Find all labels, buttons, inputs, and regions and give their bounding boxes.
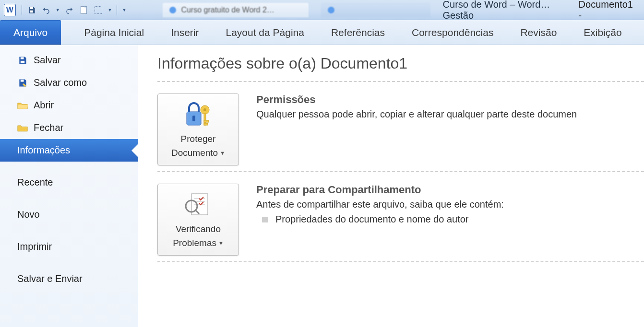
app-icon: W xyxy=(4,4,16,16)
button-label: Verificando xyxy=(176,224,221,235)
table-icon[interactable] xyxy=(94,5,103,15)
sidebar-item-salvar-enviar[interactable]: Salvar e Enviar xyxy=(0,268,138,290)
lock-key-icon xyxy=(183,100,214,129)
backstage-content: Informações sobre o(a) Documento1 xyxy=(138,45,644,327)
title-bar: W ▼ ▼ ▼ Curso gratuito de Word 2… Curso … xyxy=(0,0,644,20)
document-check-icon xyxy=(183,190,214,219)
page-title: Informações sobre o(a) Documento1 xyxy=(157,55,644,72)
bullet-icon xyxy=(262,217,268,222)
sidebar-item-salvar[interactable]: Salvar xyxy=(0,49,138,71)
list-item: Propriedades do documento e nome do auto… xyxy=(262,214,644,225)
sidebar-item-label: Imprimir xyxy=(17,241,52,252)
divider xyxy=(157,261,644,262)
backstage-view: Salvar Salvar como Abrir Fechar Informaç… xyxy=(0,45,644,327)
sidebar-item-label: Recente xyxy=(17,177,53,188)
protect-document-button[interactable]: Proteger Documento ▼ xyxy=(157,93,239,165)
tab-revisao[interactable]: Revisão xyxy=(507,20,570,45)
separator xyxy=(22,5,22,15)
sidebar-item-label: Informações xyxy=(17,145,70,156)
sidebar-item-label: Salvar xyxy=(34,55,61,66)
divider xyxy=(157,81,644,82)
svg-rect-1 xyxy=(30,10,33,12)
tab-correspondencias[interactable]: Correspondências xyxy=(398,20,507,45)
svg-rect-0 xyxy=(30,7,33,9)
prepare-share-section: Verificando Problemas ▼ Preparar para Co… xyxy=(157,184,644,256)
browser-tab-hint: Curso de Word – Word… Gestão xyxy=(443,0,576,21)
chevron-down-icon[interactable]: ▼ xyxy=(56,8,60,12)
save-icon xyxy=(17,55,28,66)
chevron-down-icon: ▼ xyxy=(218,240,224,246)
undo-icon[interactable] xyxy=(41,5,51,15)
section-heading: Permissões xyxy=(256,93,644,106)
button-label: Problemas xyxy=(173,238,216,249)
svg-rect-5 xyxy=(21,60,24,63)
tab-exibicao[interactable]: Exibição xyxy=(570,20,635,45)
new-document-icon[interactable] xyxy=(79,5,89,15)
browser-tab-hint xyxy=(321,3,430,17)
chevron-down-icon[interactable]: ▼ xyxy=(108,8,112,12)
svg-rect-4 xyxy=(21,57,24,59)
sidebar-item-label: Abrir xyxy=(34,100,54,111)
sidebar-item-fechar[interactable]: Fechar xyxy=(0,117,138,139)
sidebar-item-label: Salvar e Enviar xyxy=(17,273,83,284)
svg-rect-6 xyxy=(21,80,24,82)
folder-open-icon xyxy=(17,100,28,111)
browser-tab-hint: Curso gratuito de Word 2… xyxy=(163,3,308,17)
tab-arquivo[interactable]: Arquivo xyxy=(0,20,61,45)
customize-qat-icon[interactable]: ▼ xyxy=(122,8,126,12)
svg-rect-13 xyxy=(204,123,208,125)
ribbon: Arquivo Página Inicial Inserir Layout da… xyxy=(0,20,644,45)
permissions-section: Proteger Documento ▼ Permissões Qualquer… xyxy=(157,93,644,165)
bullet-text: Propriedades do documento e nome do auto… xyxy=(275,214,469,225)
sidebar-item-abrir[interactable]: Abrir xyxy=(0,94,138,117)
window-title: Documento1 - xyxy=(579,0,635,21)
chevron-down-icon: ▼ xyxy=(220,150,225,156)
tab-layout-pagina[interactable]: Layout da Página xyxy=(212,20,317,45)
section-body: Antes de compartilhar este arquivo, saib… xyxy=(256,199,644,210)
save-as-icon xyxy=(17,78,28,88)
tab-pagina-inicial[interactable]: Página Inicial xyxy=(71,20,157,45)
svg-point-10 xyxy=(203,108,206,111)
section-body: Qualquer pessoa pode abrir, copiar e alt… xyxy=(256,109,644,120)
sidebar-item-salvar-como[interactable]: Salvar como xyxy=(0,71,138,94)
folder-close-icon xyxy=(17,123,28,133)
sidebar-item-informacoes[interactable]: Informações xyxy=(0,139,138,162)
sidebar-item-label: Salvar como xyxy=(34,77,87,88)
button-label: Documento xyxy=(171,148,218,159)
sidebar-item-recente[interactable]: Recente xyxy=(0,171,138,194)
save-icon[interactable] xyxy=(27,5,36,15)
button-label: Proteger xyxy=(181,134,216,145)
tab-referencias[interactable]: Referências xyxy=(318,20,398,45)
share-bullet-list: Propriedades do documento e nome do auto… xyxy=(256,214,644,225)
separator xyxy=(117,5,117,15)
svg-rect-3 xyxy=(95,6,102,13)
divider xyxy=(157,171,644,172)
check-issues-button[interactable]: Verificando Problemas ▼ xyxy=(157,184,239,256)
sidebar-item-label: Novo xyxy=(17,209,40,220)
quick-access-toolbar: ▼ ▼ ▼ xyxy=(22,5,127,15)
redo-icon[interactable] xyxy=(65,5,74,15)
sidebar-item-imprimir[interactable]: Imprimir xyxy=(0,235,138,258)
section-heading: Preparar para Compartilhamento xyxy=(256,184,644,196)
sidebar-item-novo[interactable]: Novo xyxy=(0,203,138,226)
svg-rect-12 xyxy=(204,120,209,122)
sidebar-item-label: Fechar xyxy=(34,122,63,133)
tab-inserir[interactable]: Inserir xyxy=(157,20,212,45)
backstage-sidebar: Salvar Salvar como Abrir Fechar Informaç… xyxy=(0,45,138,327)
svg-rect-8 xyxy=(192,116,195,121)
